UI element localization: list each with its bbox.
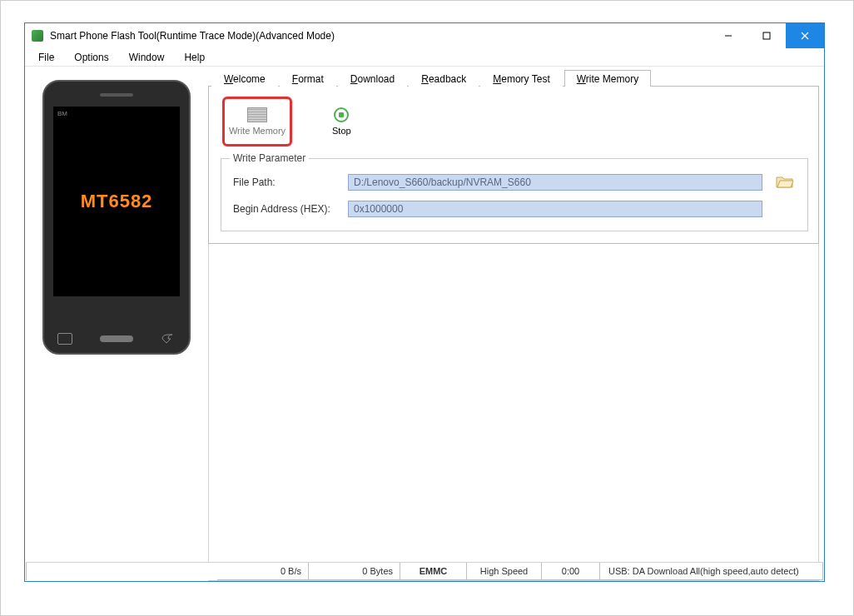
close-icon	[801, 32, 809, 40]
output-area	[208, 244, 819, 581]
phone-mockup: BM MT6582	[42, 80, 191, 355]
close-button[interactable]	[786, 23, 824, 48]
tab-welcome[interactable]: Welcome	[211, 70, 278, 87]
minimize-button[interactable]	[709, 23, 747, 48]
stop-label: Stop	[332, 126, 351, 136]
write-memory-label: Write Memory	[229, 126, 285, 136]
write-parameter-group: Write Parameter File Path: Begin Addre	[221, 158, 808, 231]
minimize-icon	[724, 32, 732, 40]
menu-window[interactable]: Window	[121, 50, 173, 65]
window-title: Smart Phone Flash Tool(Runtime Trace Mod…	[50, 30, 709, 42]
menu-key-icon	[57, 333, 72, 345]
phone-nav-row	[44, 333, 189, 345]
tab-format[interactable]: Format	[280, 70, 336, 87]
write-memory-button[interactable]: Write Memory	[224, 98, 290, 145]
phone-speaker-icon	[100, 93, 133, 97]
toolbar: Write Memory Stop	[217, 95, 812, 153]
stop-button[interactable]: Stop	[324, 98, 360, 145]
status-usb: USB: DA Download All(high speed,auto det…	[600, 563, 823, 580]
home-key-icon	[100, 335, 133, 342]
tab-bar: Welcome Format Download Readback Memory …	[208, 68, 819, 87]
tab-readback[interactable]: Readback	[409, 70, 479, 87]
folder-icon	[776, 174, 794, 189]
menu-options[interactable]: Options	[66, 50, 117, 65]
maximize-icon	[762, 32, 771, 40]
client-area: BM MT6582 Welcome Format Download Readb	[25, 67, 824, 581]
app-icon	[32, 30, 43, 42]
file-path-input[interactable]	[348, 174, 762, 191]
status-rate: 0 B/s	[217, 563, 309, 580]
menubar: File Options Window Help	[25, 48, 824, 67]
window-controls	[709, 23, 824, 48]
tab-memory-test[interactable]: Memory Test	[480, 70, 562, 87]
right-pane: Welcome Format Download Readback Memory …	[208, 67, 824, 581]
back-key-icon	[161, 333, 176, 345]
status-storage: EMMC	[400, 563, 467, 580]
app-window: Smart Phone Flash Tool(Runtime Trace Mod…	[24, 22, 825, 582]
begin-address-row: Begin Address (HEX):	[233, 201, 796, 217]
menu-help[interactable]: Help	[176, 50, 213, 65]
begin-address-input[interactable]	[348, 201, 762, 217]
titlebar: Smart Phone Flash Tool(Runtime Trace Mod…	[25, 23, 824, 48]
status-time: 0:00	[542, 563, 600, 580]
chip-label: MT6582	[81, 191, 153, 212]
status-spacer	[26, 563, 217, 580]
stop-icon	[334, 107, 349, 122]
tab-content: Write Memory Stop Write Parameter File P…	[208, 87, 819, 244]
tab-download[interactable]: Download	[338, 70, 407, 87]
begin-address-label: Begin Address (HEX):	[233, 203, 341, 215]
file-path-label: File Path:	[233, 176, 341, 188]
browse-file-button[interactable]	[776, 174, 796, 191]
status-speed: High Speed	[467, 563, 542, 580]
status-bytes: 0 Bytes	[309, 563, 400, 580]
write-parameter-legend: Write Parameter	[230, 152, 309, 164]
menu-file[interactable]: File	[30, 50, 62, 65]
svg-rect-1	[763, 32, 770, 39]
chip-icon	[247, 107, 267, 122]
statusbar: 0 B/s 0 Bytes EMMC High Speed 0:00 USB: …	[26, 562, 823, 580]
phone-brand-label: BM	[57, 110, 67, 117]
file-path-row: File Path:	[233, 174, 796, 191]
phone-screen: MT6582	[53, 107, 180, 296]
maximize-button[interactable]	[747, 23, 786, 48]
tab-write-memory[interactable]: Write Memory	[564, 70, 651, 87]
left-pane: BM MT6582	[25, 67, 208, 581]
